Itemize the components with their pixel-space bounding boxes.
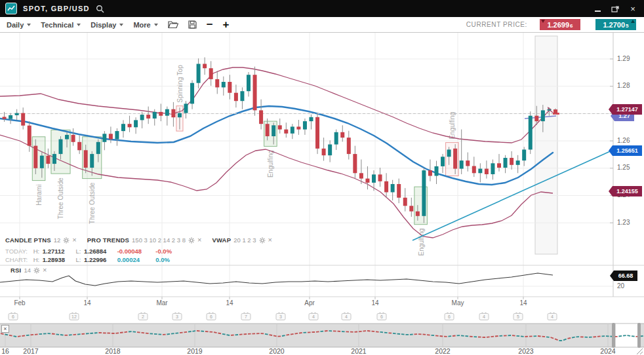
news-event-marker[interactable]: 2 — [138, 312, 148, 320]
restore-button[interactable] — [609, 3, 621, 14]
candle — [334, 132, 338, 145]
close-icon[interactable]: × — [268, 237, 272, 243]
pattern-label: Three Outside — [58, 178, 65, 219]
zoom-in-button[interactable]: + — [223, 20, 230, 29]
candle — [28, 126, 31, 146]
navigator-selection[interactable] — [616, 324, 637, 347]
candle — [529, 116, 533, 150]
candle — [303, 121, 307, 130]
high-label: H: — [33, 248, 40, 256]
news-event-marker[interactable]: 3 — [276, 312, 285, 320]
low-label: L: — [75, 256, 81, 265]
menu-more[interactable]: More — [133, 21, 157, 29]
menu-timeframe-daily[interactable]: Daily — [7, 21, 31, 29]
gear-icon[interactable] — [259, 237, 266, 244]
news-event-marker[interactable]: 4 — [479, 312, 489, 320]
menu-display[interactable]: Display — [91, 21, 123, 29]
navigator-year-label: 2018 — [105, 347, 121, 355]
svg-text:3: 3 — [279, 314, 282, 319]
indicator-params: 14 — [24, 267, 31, 274]
buy-price-button[interactable]: 1.27005 — [595, 19, 636, 30]
sell-price-pip: 6 — [570, 23, 573, 30]
news-event-marker[interactable]: 6 — [377, 312, 386, 320]
candle — [522, 149, 526, 160]
candle — [115, 131, 119, 140]
candle — [46, 156, 50, 164]
search-icon[interactable] — [96, 5, 104, 13]
candle — [33, 146, 37, 168]
gear-icon[interactable] — [188, 237, 195, 244]
rsi-axis-label: 20 — [617, 282, 625, 290]
candle — [59, 140, 63, 155]
navigator-year-label: 2020 — [269, 347, 285, 355]
menu-label: Display — [91, 21, 116, 29]
date-axis-label: Feb — [14, 299, 26, 307]
candle — [541, 110, 545, 121]
news-event-marker[interactable]: 7 — [241, 312, 251, 320]
current-price-label: CURRENT PRICE: — [466, 21, 527, 28]
close-button[interactable]: × — [627, 3, 639, 14]
news-event-marker[interactable]: 4 — [342, 312, 351, 320]
close-icon[interactable]: × — [197, 237, 201, 243]
svg-text:4: 4 — [345, 314, 348, 319]
date-axis-label: Mar — [156, 299, 168, 307]
indicator-params: 20 1 2 3 — [233, 236, 256, 244]
chart-canvas: HaramiThree OutsideThree OutsideSpinning… — [0, 0, 644, 355]
close-icon[interactable]: × — [43, 267, 47, 273]
navigator-left-handle[interactable] — [612, 323, 615, 348]
candle — [441, 157, 445, 166]
candle — [403, 198, 407, 206]
candle — [272, 125, 275, 136]
navigator-year-label: 2017 — [23, 347, 39, 355]
zoom-out-button[interactable]: − — [207, 20, 213, 29]
news-event-marker[interactable]: 12 — [70, 312, 79, 320]
rsi-value-badge: 66.68 — [610, 271, 637, 281]
candle — [65, 135, 69, 140]
candle — [460, 160, 464, 169]
news-event-marker[interactable]: 4 — [309, 312, 318, 320]
candle — [84, 150, 88, 168]
navigator-close-button[interactable]: × — [1, 325, 9, 333]
pattern-label: Three Outside — [89, 182, 96, 224]
gear-icon[interactable] — [33, 267, 40, 274]
candle — [466, 160, 470, 166]
news-event-marker[interactable]: 6 — [9, 312, 18, 320]
minimize-button[interactable] — [592, 3, 603, 14]
sell-price-button[interactable]: 1.26996 — [540, 19, 580, 30]
news-event-marker[interactable]: 5 — [513, 312, 523, 320]
candle — [428, 170, 432, 176]
svg-text:6: 6 — [380, 314, 383, 319]
candle — [284, 130, 288, 134]
indicator-vwap: VWAP 20 1 2 3 × — [212, 236, 272, 244]
candle — [397, 184, 401, 198]
today-low: 1.26884 — [84, 248, 115, 256]
chart-app-icon — [5, 3, 17, 14]
close-icon[interactable]: × — [72, 237, 76, 243]
menu-technical[interactable]: Technical — [41, 21, 81, 29]
candle — [472, 166, 476, 174]
candle — [435, 166, 439, 176]
candle — [391, 184, 395, 193]
save-icon[interactable] — [188, 20, 197, 29]
news-event-marker[interactable]: 4 — [548, 312, 557, 320]
candle — [266, 124, 270, 136]
navigator-year-label: 2023 — [518, 347, 534, 355]
price-axis-label: 1.26 — [617, 137, 630, 144]
date-axis: Feb14Mar14Apr14May14 — [14, 297, 527, 307]
navigator-track[interactable] — [0, 324, 644, 347]
candle — [310, 117, 313, 121]
price-badge-1.27147: 1.27147 — [609, 104, 642, 115]
navigator-right-handle[interactable] — [637, 323, 641, 348]
date-axis-label: 14 — [519, 299, 527, 307]
menu-label: Technical — [41, 21, 73, 29]
news-event-marker[interactable]: 6 — [207, 312, 216, 320]
news-event-marker[interactable]: 6 — [445, 312, 454, 320]
open-folder-icon[interactable] — [168, 20, 178, 29]
resize-handle-icon[interactable] — [637, 348, 643, 354]
candle — [77, 142, 81, 151]
candle — [340, 132, 344, 138]
gear-icon[interactable] — [63, 237, 70, 244]
news-event-marker[interactable]: 3 — [172, 312, 182, 320]
candle — [128, 124, 132, 127]
candle — [184, 103, 188, 113]
